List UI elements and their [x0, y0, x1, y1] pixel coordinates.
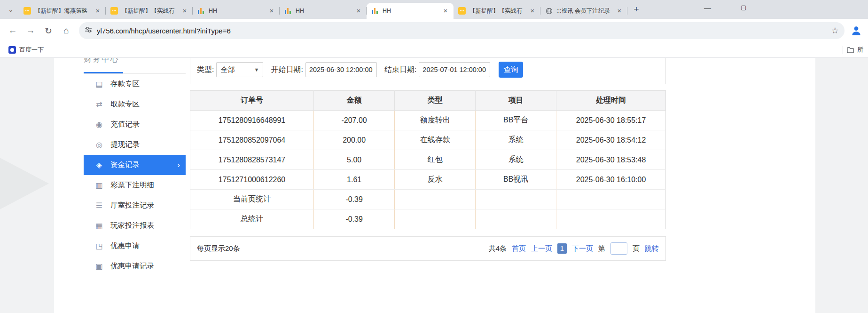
coin-icon: ◉ — [95, 120, 103, 129]
home-icon[interactable]: ⌂ — [58, 23, 74, 39]
bookmark-baidu[interactable]: 百度一下 — [5, 44, 47, 56]
tab-7[interactable]: :::视讯 会员下注纪录 × — [540, 3, 627, 19]
close-icon[interactable]: × — [94, 7, 102, 15]
url-text: yl756.com/hhcp/usercenter.html?iniType=6 — [97, 27, 827, 35]
sidebar-item-label: 充值记录 — [110, 120, 140, 129]
sidebar-item-lottery-bet-detail[interactable]: ▥ 彩票下注明细 — [84, 175, 186, 195]
cell-amount: -207.00 — [314, 111, 395, 130]
close-icon[interactable]: × — [615, 7, 624, 15]
query-button[interactable]: 查询 — [499, 62, 523, 78]
table-row: 1751280916648991 -207.00 额度转出 BB平台 2025-… — [190, 111, 666, 130]
sidebar-section-header: 财务中心 — [84, 58, 186, 74]
tab-5-active[interactable]: HH × — [367, 3, 454, 19]
folder-icon — [847, 47, 854, 53]
sidebar-item-withdrawal-record[interactable]: ◎ 提现记录 — [84, 135, 186, 155]
funds-record-table: 订单号 金额 类型 项目 处理时间 1751280916648991 -207.… — [190, 90, 666, 229]
cell-time: 2025-06-30 18:53:48 — [556, 150, 666, 170]
sidebar-item-recharge-record[interactable]: ◉ 充值记录 — [84, 114, 186, 135]
sidebar-item-withdraw-zone[interactable]: ⇄ 取款专区 — [84, 94, 186, 114]
cell-type: 反水 — [395, 170, 476, 190]
close-icon[interactable]: × — [441, 7, 450, 15]
reload-icon[interactable]: ↻ — [40, 23, 56, 39]
forward-icon[interactable]: → — [23, 23, 39, 39]
browser-window: ⌄ ⋯ 【新提醒】海燕策略 × ⋯ 【新提醒】【实战有 × HH × HH × … — [0, 0, 868, 313]
table-row-grand-total: 总统计 -0.39 — [190, 209, 666, 229]
bookmark-star-icon[interactable]: ☆ — [831, 25, 839, 36]
tab-3[interactable]: HH × — [193, 3, 280, 19]
section-title: 财务中心 — [84, 58, 186, 64]
cell-order-no: 1751280852097064 — [190, 130, 314, 150]
close-icon[interactable]: × — [267, 7, 276, 15]
cell-order-no: 1751280916648991 — [190, 111, 314, 130]
transfer-icon: ⇄ — [95, 100, 103, 109]
cell-amount: 200.00 — [314, 130, 395, 150]
sidebar-item-promo-apply-record[interactable]: ▣ 优惠申请记录 — [84, 256, 186, 276]
sidebar-item-label: 提现记录 — [110, 140, 140, 150]
prev-page-link[interactable]: 上一页 — [531, 244, 552, 253]
tab-4[interactable]: HH × — [280, 3, 367, 19]
cell-amount: -0.39 — [314, 190, 395, 209]
ticket-icon: ▥ — [95, 181, 103, 190]
type-select[interactable]: 全部 ▼ — [216, 62, 263, 77]
close-icon[interactable]: × — [354, 7, 363, 15]
minimize-button[interactable]: — — [704, 4, 711, 12]
address-bar[interactable]: yl756.com/hhcp/usercenter.html?iniType=6… — [79, 22, 845, 39]
header-amount: 金额 — [314, 91, 395, 111]
new-tab-button[interactable]: + — [630, 3, 642, 16]
tab-6[interactable]: ⋯ 【新提醒】【实战有 × — [454, 3, 540, 19]
bookmarks-right: 所 — [843, 46, 863, 54]
forum-icon: ⋯ — [458, 7, 466, 15]
forum-icon: ⋯ — [23, 7, 31, 15]
sidebar-item-deposit-zone[interactable]: ▤ 存款专区 — [84, 74, 186, 94]
record-icon: ▣ — [95, 262, 103, 271]
cell-empty — [395, 209, 476, 229]
sidebar-item-label: 优惠申请记录 — [110, 261, 154, 271]
other-bookmarks-folder[interactable]: 所 — [847, 46, 863, 54]
sidebar-item-hall-bet-record[interactable]: ☰ 厅室投注记录 — [84, 195, 186, 216]
cell-project: BB平台 — [476, 111, 556, 130]
sidebar-item-funds-record[interactable]: ◈ 资金记录 › — [84, 155, 186, 175]
site-settings-icon[interactable] — [85, 26, 92, 35]
jump-button[interactable]: 跳转 — [645, 244, 659, 253]
back-icon[interactable]: ← — [5, 23, 21, 39]
close-icon[interactable]: × — [528, 7, 537, 15]
navigation-bar: ← → ↻ ⌂ yl756.com/hhcp/usercenter.html?i… — [0, 19, 868, 42]
page-jump-input[interactable] — [610, 242, 627, 255]
cell-order-no: 1751280828573147 — [190, 150, 314, 170]
table-row: 1751280852097064 200.00 在线存款 系统 2025-06-… — [190, 130, 666, 150]
sidebar-item-label: 优惠申请 — [110, 241, 140, 251]
page-left-background — [0, 58, 54, 313]
cell-empty — [476, 209, 556, 229]
table-row-page-total: 当前页统计 -0.39 — [190, 190, 666, 209]
sidebar-item-player-bet-report[interactable]: ▦ 玩家投注报表 — [84, 216, 186, 236]
current-page-indicator[interactable]: 1 — [557, 243, 567, 254]
tab-2[interactable]: ⋯ 【新提醒】【实战有 × — [106, 3, 193, 19]
cell-type: 红包 — [395, 150, 476, 170]
maximize-button[interactable]: ▢ — [741, 4, 746, 11]
sidebar-item-label: 彩票下注明细 — [110, 180, 154, 190]
end-date-input[interactable] — [419, 62, 490, 77]
cell-project: BB视讯 — [476, 170, 556, 190]
forum-icon: ⋯ — [110, 7, 118, 15]
sidebar-item-label: 取款专区 — [110, 99, 140, 109]
start-date-input[interactable] — [305, 62, 377, 77]
table-row: 1751271000612260 1.61 反水 BB视讯 2025-06-30… — [190, 170, 666, 190]
first-page-link[interactable]: 首页 — [512, 244, 526, 253]
cell-empty — [556, 209, 666, 229]
bookmarks-bar: 百度一下 所 — [0, 42, 868, 58]
close-icon[interactable]: × — [180, 7, 189, 15]
chevron-down-icon: ▼ — [254, 67, 259, 72]
chart-favicon-icon — [197, 7, 205, 15]
page-body: 财务中心 ▤ 存款专区 ⇄ 取款专区 ◉ 充值记录 ◎ 提现记录 — [0, 58, 868, 313]
header-project: 项目 — [476, 91, 556, 111]
cell-time: 2025-06-30 18:55:17 — [556, 111, 666, 130]
page-size-text: 每页显示20条 — [197, 244, 240, 253]
cell-amount: 1.61 — [314, 170, 395, 190]
watermark-triangle — [0, 154, 49, 213]
tab-search-button[interactable]: ⌄ — [5, 3, 17, 16]
profile-avatar[interactable] — [849, 24, 863, 38]
tab-1[interactable]: ⋯ 【新提醒】海燕策略 × — [19, 3, 106, 19]
cell-amount: 5.00 — [314, 150, 395, 170]
sidebar-item-promo-apply[interactable]: ◳ 优惠申请 — [84, 236, 186, 256]
next-page-link[interactable]: 下一页 — [572, 244, 593, 253]
